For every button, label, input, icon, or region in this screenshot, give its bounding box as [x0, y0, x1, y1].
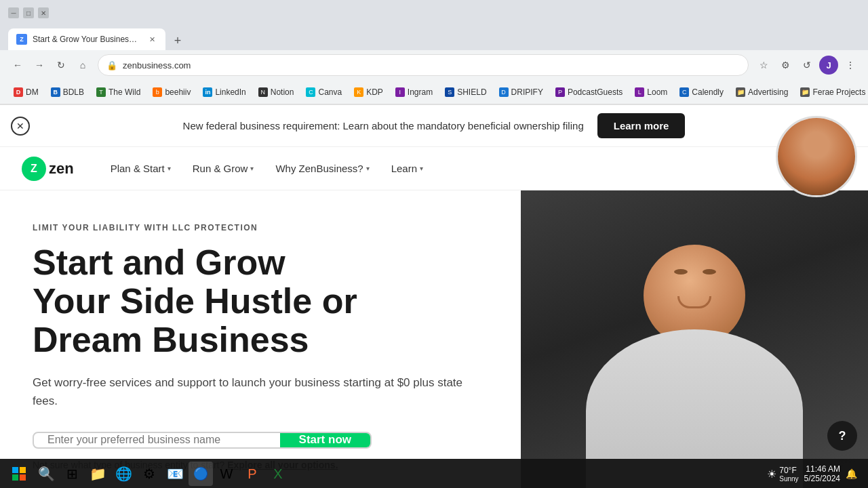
taskbar-settings[interactable]: ⚙ — [137, 462, 161, 486]
bookmark-loom[interactable]: L Loom — [629, 85, 673, 100]
notification-banner: ✕ New federal business requirement: Lear… — [0, 105, 868, 147]
bookmark-the-wild-icon: T — [96, 87, 106, 97]
bookmark-calendly[interactable]: C Calendly — [674, 85, 729, 100]
run-grow-chevron: ▾ — [250, 165, 254, 172]
bookmark-bdlb[interactable]: B BDLB — [45, 85, 90, 100]
bookmark-ingram[interactable]: I Ingram — [390, 85, 438, 100]
minimize-button[interactable]: ─ — [8, 7, 19, 18]
logo-icon: Z — [22, 157, 46, 181]
windows-logo — [12, 467, 26, 481]
nav-learn[interactable]: Learn ▾ — [382, 157, 433, 180]
notification-area[interactable]: 🔔 — [846, 468, 857, 479]
bookmark-dripify[interactable]: D DRIPIFY — [494, 85, 549, 100]
maximize-button[interactable]: □ — [23, 7, 34, 18]
business-name-form: Start now — [33, 432, 372, 449]
bookmark-advertising[interactable]: 📁 Advertising — [730, 85, 793, 100]
home-button[interactable]: ⌂ — [73, 56, 92, 75]
bookmark-shield-icon: S — [445, 87, 454, 97]
bookmark-loom-icon: L — [635, 87, 644, 97]
taskbar-excel[interactable]: X — [266, 462, 290, 486]
weather-icon: ☀ — [767, 468, 776, 481]
url-text: zenbusiness.com — [123, 60, 740, 70]
taskbar-word[interactable]: W — [214, 462, 239, 486]
help-icon: ? — [839, 429, 846, 443]
bookmark-canva-icon: C — [306, 87, 315, 97]
hero-right — [521, 190, 868, 488]
taskbar-task-view[interactable]: ⊞ — [60, 462, 84, 486]
menu-button[interactable]: ⋮ — [841, 56, 860, 75]
close-button[interactable]: ✕ — [38, 7, 49, 18]
nav-why-zenbusiness[interactable]: Why ZenBusiness? ▾ — [266, 157, 378, 180]
logo-link[interactable]: Z zen — [22, 157, 74, 181]
bookmark-notion-icon: N — [258, 87, 268, 97]
refresh-button[interactable]: ↺ — [797, 56, 816, 75]
windows-start-button[interactable] — [5, 460, 33, 487]
bookmark-dm-icon: D — [14, 87, 23, 97]
bookmark-podcastguests-icon: P — [555, 87, 565, 97]
nav-items: Plan & Start ▾ Run & Grow ▾ Why ZenBusin… — [101, 157, 433, 180]
bookmark-notion[interactable]: N Notion — [253, 85, 300, 100]
bookmark-beehiiv[interactable]: b beehiiv — [147, 85, 196, 100]
bookmark-dm[interactable]: D DM — [8, 85, 44, 100]
hero-eyebrow: LIMIT YOUR LIABILITY WITH LLC PROTECTION — [33, 223, 488, 232]
address-actions: ☆ ⚙ ↺ J ⋮ — [754, 56, 860, 75]
hero-title: Start and Grow Your Side Hustle or Dream… — [33, 243, 488, 360]
bookmark-shield[interactable]: S SHIELD — [439, 85, 492, 100]
hero-section: LIMIT YOUR LIABILITY WITH LLC PROTECTION… — [0, 190, 868, 488]
bookmark-kdp-icon: K — [354, 87, 363, 97]
reload-button[interactable]: ↻ — [52, 56, 71, 75]
business-name-input[interactable] — [34, 432, 280, 449]
page-content: ✕ New federal business requirement: Lear… — [0, 105, 868, 488]
bookmark-podcastguests[interactable]: P PodcastGuests — [550, 85, 628, 100]
bookmark-canva[interactable]: C Canva — [300, 85, 347, 100]
tab-favicon: Z — [16, 34, 27, 45]
extensions-button[interactable]: ⚙ — [776, 56, 795, 75]
address-bar: ← → ↻ ⌂ 🔒 zenbusiness.com ☆ ⚙ ↺ J ⋮ — [0, 50, 868, 80]
active-tab[interactable]: Z Start & Grow Your Business wi... ✕ — [8, 28, 165, 50]
weather-desc: Sunny — [779, 475, 798, 483]
webcam-feed — [778, 118, 855, 195]
weather-widget[interactable]: ☀ 70°F Sunny — [767, 466, 798, 483]
taskbar-clock[interactable]: 11:46 AM 5/25/2024 — [804, 464, 840, 483]
bookmark-ingram-icon: I — [395, 87, 405, 97]
help-button[interactable]: ? — [827, 421, 857, 451]
bookmark-linkedin[interactable]: in LinkedIn — [197, 85, 251, 100]
learn-chevron: ▾ — [420, 165, 423, 172]
new-tab-button[interactable]: + — [168, 31, 187, 50]
bookmark-dripify-icon: D — [499, 87, 509, 97]
start-now-button[interactable]: Start now — [280, 432, 370, 449]
taskbar-search[interactable]: 🔍 — [34, 462, 58, 486]
tab-title: Start & Grow Your Business wi... — [33, 35, 141, 44]
profile-button[interactable]: J — [819, 56, 838, 75]
taskbar-powerpoint[interactable]: P — [240, 462, 264, 486]
nav-plan-start[interactable]: Plan & Start ▾ — [101, 157, 180, 180]
clock-date: 5/25/2024 — [804, 474, 840, 483]
bookmark-the-wild[interactable]: T The Wild — [91, 85, 146, 100]
person-eye-right — [703, 269, 716, 274]
back-button[interactable]: ← — [8, 56, 27, 75]
taskbar-edge[interactable]: 🌐 — [111, 462, 136, 486]
taskbar: 🔍 ⊞ 📁 🌐 ⚙ 📧 🔵 W P X ☀ 70°F Sunny 11:46 A… — [0, 459, 868, 488]
bookmark-ferae[interactable]: 📁 Ferae Projects — [795, 85, 868, 100]
forward-button[interactable]: → — [30, 56, 49, 75]
bookmark-kdp[interactable]: K KDP — [349, 85, 389, 100]
bookmark-icon[interactable]: ☆ — [754, 56, 773, 75]
taskbar-chrome[interactable]: 🔵 — [189, 462, 213, 486]
weather-temp: 70°F — [779, 466, 798, 475]
taskbar-file-explorer[interactable]: 📁 — [85, 462, 110, 486]
plan-start-chevron: ▾ — [167, 165, 171, 172]
nav-run-grow[interactable]: Run & Grow ▾ — [183, 157, 264, 180]
why-zenbusiness-chevron: ▾ — [366, 165, 370, 172]
banner-close-button[interactable]: ✕ — [11, 117, 30, 136]
url-bar[interactable]: 🔒 zenbusiness.com — [98, 54, 749, 76]
video-overlay — [776, 116, 857, 197]
bookmark-linkedin-icon: in — [203, 87, 212, 97]
title-bar: ─ □ ✕ — [0, 0, 868, 26]
taskbar-mail[interactable]: 📧 — [163, 462, 187, 486]
hero-background — [521, 190, 868, 488]
main-navigation: Z zen Plan & Start ▾ Run & Grow ▾ Why Ze… — [0, 147, 868, 190]
window-controls: ─ □ ✕ — [8, 7, 49, 18]
tab-close-button[interactable]: ✕ — [146, 34, 157, 45]
bookmark-advertising-icon: 📁 — [736, 87, 745, 97]
learn-more-button[interactable]: Learn more — [597, 113, 686, 138]
